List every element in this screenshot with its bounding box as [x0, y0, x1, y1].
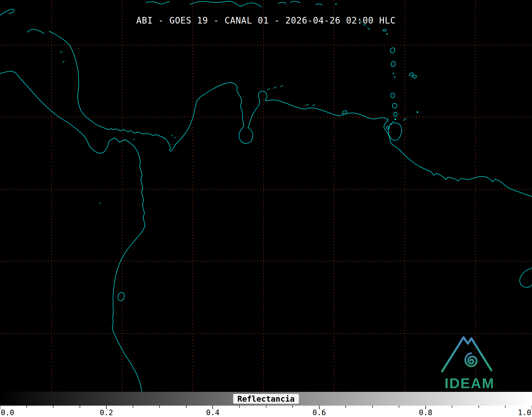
coastline-honduras-fragment — [0, 9, 14, 15]
colorbar-tick-marks — [0, 406, 532, 410]
coastline-greater-antilles — [146, 1, 337, 7]
colorbar-label: Reflectancia — [233, 394, 299, 404]
colorbar-axis: 0.0 0.2 0.4 0.6 0.8 1.0 — [0, 406, 532, 417]
coastline-right-edge-fragment — [520, 268, 532, 287]
colorbar-tick-label-3: 0.6 — [312, 409, 326, 416]
mountain-hurricane-spiral-icon — [439, 331, 500, 375]
tick-mark — [452, 406, 452, 408]
colorbar-tick-label-5: 1.0 — [518, 409, 531, 416]
coastline-trinidad-tobago — [388, 118, 406, 140]
tick-mark — [266, 406, 266, 408]
logo-hurricane-spiral — [465, 353, 477, 366]
tick-mark — [399, 406, 399, 408]
colorbar-gradient: Reflectancia — [0, 392, 532, 406]
tick-mark — [239, 406, 240, 408]
tick-mark — [186, 406, 187, 408]
tick-mark — [292, 406, 293, 408]
tick-mark — [345, 406, 346, 408]
coastline-caribbean-south-america — [49, 31, 532, 197]
tick-mark — [479, 406, 479, 408]
tick-mark — [80, 406, 80, 408]
tick-mark — [505, 406, 506, 408]
image-title: ABI - GOES 19 - CANAL 01 - 2026-04-26 02… — [136, 15, 396, 26]
coastline-islets — [99, 135, 176, 301]
colorbar-tick-label-1: 0.2 — [100, 409, 113, 416]
tick-mark — [372, 406, 373, 408]
coastline-mosquitia-fragment — [27, 29, 44, 34]
coastline-lesser-antilles — [359, 21, 418, 129]
tick-mark — [0, 406, 0, 409]
tick-mark — [133, 406, 133, 408]
ideam-logo: IDEAM — [438, 331, 501, 390]
tick-mark — [159, 406, 160, 408]
tick-mark — [26, 406, 27, 408]
coastline-san-andres — [60, 51, 64, 62]
coastline-venezuelan-islands — [267, 85, 347, 114]
logo-mountain-outline — [442, 337, 491, 371]
colorbar-tick-label-4: 0.8 — [419, 409, 433, 416]
satellite-map: ABI - GOES 19 - CANAL 01 - 2026-04-26 02… — [0, 0, 532, 392]
coastline-pacific — [0, 71, 145, 392]
colorbar-tick-label-2: 0.4 — [206, 409, 220, 416]
colorbar-tick-label-0: 0.0 — [1, 409, 14, 416]
goes-satellite-image: ABI - GOES 19 - CANAL 01 - 2026-04-26 02… — [0, 0, 532, 417]
ideam-logo-text: IDEAM — [438, 376, 501, 390]
tick-mark — [53, 406, 53, 408]
